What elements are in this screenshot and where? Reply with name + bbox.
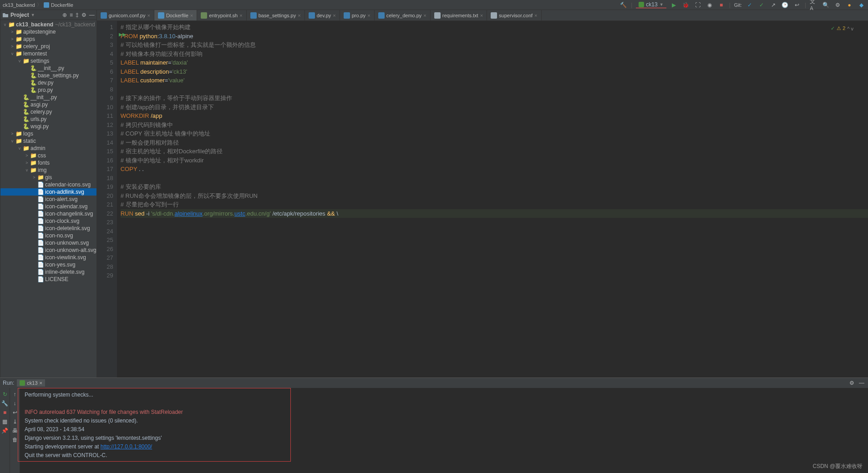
pin-icon[interactable]: 📌 xyxy=(1,427,9,434)
tree-item[interactable]: 📄inline-delete.svg xyxy=(0,268,96,276)
tree-item[interactable]: 🐍wsgi.py xyxy=(0,123,96,130)
coverage-icon[interactable]: ⛶ xyxy=(694,1,702,9)
tree-item[interactable]: >📁logs xyxy=(0,130,96,137)
breadcrumb-project[interactable]: ck13_backend xyxy=(3,2,35,8)
search-icon[interactable]: 🔍 xyxy=(822,1,830,9)
tree-item[interactable]: v📁lemontest xyxy=(0,50,96,57)
select-opened-icon[interactable]: ⊕ xyxy=(62,12,67,18)
inspection-widget[interactable]: ✓ ⚠ 2 ^ v xyxy=(831,25,853,31)
tree-item[interactable]: 🐍celery.py xyxy=(0,108,96,116)
svg-rect-9 xyxy=(434,12,441,19)
editor-tab[interactable]: base_settings.py× xyxy=(247,10,305,20)
clear-icon[interactable]: 🗑 xyxy=(11,436,19,443)
toolbox-icon[interactable]: ◆ xyxy=(857,1,865,9)
hide-icon[interactable]: — xyxy=(858,379,865,387)
run-label: Run: xyxy=(3,380,14,386)
project-panel-title[interactable]: Project ▼ xyxy=(2,12,35,18)
tree-item[interactable]: 🐍urls.py xyxy=(0,116,96,123)
editor-tab[interactable]: gunicorn.conf.py× xyxy=(97,10,154,20)
svg-rect-8 xyxy=(378,12,385,19)
tree-item[interactable]: 🐍__init__.py xyxy=(0,65,96,72)
collapse-all-icon[interactable]: ‡ xyxy=(76,12,79,18)
run-icon[interactable]: ▶ xyxy=(670,1,678,9)
tree-item[interactable]: 📄icon-addlink.svg xyxy=(0,188,96,196)
breadcrumb-file[interactable]: Dockerfile xyxy=(51,2,73,8)
close-icon[interactable]: × xyxy=(40,380,42,386)
tree-item[interactable]: 📄icon-deletelink.svg xyxy=(0,225,96,232)
tree-item[interactable]: v📁admin xyxy=(0,145,96,152)
tree-item[interactable]: 📄icon-alert.svg xyxy=(0,196,96,203)
panel-settings-icon[interactable]: ⚙ xyxy=(81,12,86,18)
tree-item[interactable]: 📄icon-clock.svg xyxy=(0,217,96,225)
tree-item[interactable]: 🐍__init__.py xyxy=(0,94,96,101)
layout-icon[interactable]: ▦ xyxy=(1,418,9,425)
editor-tab[interactable]: dev.py× xyxy=(305,10,340,20)
avatar-icon[interactable]: ● xyxy=(845,1,853,9)
tree-item[interactable]: 📄icon-no.svg xyxy=(0,232,96,239)
run-tab[interactable]: ck13 × xyxy=(17,379,45,387)
stop-icon[interactable]: ■ xyxy=(1,409,9,416)
svg-rect-1 xyxy=(639,2,644,7)
console-toolbar: ↑ ↓ ↩ ⤓ 🖶 🗑 xyxy=(10,388,20,473)
translate-icon[interactable]: 文A xyxy=(810,1,818,9)
soft-wrap-icon[interactable]: ↩ xyxy=(11,409,19,416)
editor-tab[interactable]: entrypoint.sh× xyxy=(197,10,246,20)
tree-item[interactable]: 📄icon-viewlink.svg xyxy=(0,254,96,261)
vcs-commit-icon[interactable]: ✓ xyxy=(757,1,766,9)
scroll-end-icon[interactable]: ⤓ xyxy=(11,418,19,425)
vcs-update-icon[interactable]: ✓ xyxy=(746,1,754,9)
panel-settings-icon[interactable]: ⚙ xyxy=(848,379,855,387)
editor-tabs[interactable]: gunicorn.conf.py×Dockerfile×entrypoint.s… xyxy=(97,10,868,21)
debug-icon[interactable]: 🐞 xyxy=(682,1,690,9)
rerun-icon[interactable]: ↻ xyxy=(1,391,9,398)
profile-icon[interactable]: ◉ xyxy=(706,1,714,9)
stop-icon[interactable]: ■ xyxy=(717,1,726,9)
print-icon[interactable]: 🖶 xyxy=(11,427,19,434)
up-icon[interactable]: ↑ xyxy=(11,391,19,398)
wrench-icon[interactable]: 🔧 xyxy=(1,400,9,407)
tree-item[interactable]: >📁css xyxy=(0,152,96,159)
tree-item[interactable]: 📄icon-unknown.svg xyxy=(0,239,96,247)
tree-item[interactable]: 📄icon-changelink.svg xyxy=(0,210,96,217)
tree-item[interactable]: 🐍asgi.py xyxy=(0,101,96,108)
vcs-push-icon[interactable]: ↗ xyxy=(769,1,777,9)
vcs-history-icon[interactable]: 🕑 xyxy=(781,1,789,9)
svg-rect-2 xyxy=(101,12,107,19)
tree-item[interactable]: 📄calendar-icons.svg xyxy=(0,181,96,188)
tree-item[interactable]: 📄icon-calendar.svg xyxy=(0,203,96,210)
tree-item[interactable]: 🐍base_settings.py xyxy=(0,72,96,79)
editor-tab[interactable]: pro.py× xyxy=(340,10,375,20)
tree-item[interactable]: 🐍dev.py xyxy=(0,79,96,86)
tree-item[interactable]: >📁fonts xyxy=(0,159,96,166)
svg-rect-0 xyxy=(44,2,49,8)
svg-rect-7 xyxy=(344,12,350,19)
tree-item[interactable]: >📁gis xyxy=(0,174,96,181)
expand-all-icon[interactable]: ≡ xyxy=(70,12,73,18)
top-toolbar: ck13_backend 〉 Dockerfile 🔨 | ck13 ▼ ▶ 🐞… xyxy=(0,0,868,10)
tree-root[interactable]: v📁ck13_backend~/ck13_backend xyxy=(0,21,96,28)
run-gutter-icon[interactable]: ▶▶ xyxy=(119,32,126,37)
tree-item[interactable]: v📁static xyxy=(0,137,96,145)
run-toolbar: ↻ 🔧 ■ ▦ 📌 xyxy=(0,388,10,473)
editor-tab[interactable]: celery_demo.py× xyxy=(375,10,431,20)
tree-item[interactable]: >📁apitestengine xyxy=(0,28,96,35)
breadcrumb[interactable]: ck13_backend 〉 Dockerfile xyxy=(3,1,73,8)
tree-item[interactable]: 🐍pro.py xyxy=(0,86,96,94)
tree-item[interactable]: 📄icon-yes.svg xyxy=(0,261,96,268)
down-icon[interactable]: ↓ xyxy=(11,400,19,407)
tree-item[interactable]: v📁img xyxy=(0,166,96,174)
tree-item[interactable]: v📁settings xyxy=(0,57,96,65)
settings-icon[interactable]: ⚙ xyxy=(833,1,842,9)
tree-item[interactable]: >📁celery_proj xyxy=(0,43,96,50)
editor-tab[interactable]: requirements.txt× xyxy=(431,10,487,20)
tree-item[interactable]: >📁apps xyxy=(0,35,96,43)
editor-tab[interactable]: supervisor.conf× xyxy=(487,10,541,20)
vcs-rollback-icon[interactable]: ↩ xyxy=(793,1,801,9)
run-config-selector[interactable]: ck13 ▼ xyxy=(636,1,666,8)
tree-item[interactable]: 📄LICENSE xyxy=(0,276,96,283)
tree-item[interactable]: 📄icon-unknown-alt.svg xyxy=(0,247,96,254)
build-icon[interactable]: 🔨 xyxy=(619,1,627,9)
console-output[interactable]: Performing system checks... INFO autorel… xyxy=(20,388,868,473)
hide-icon[interactable]: — xyxy=(89,12,95,18)
editor-tab[interactable]: Dockerfile× xyxy=(154,10,197,20)
